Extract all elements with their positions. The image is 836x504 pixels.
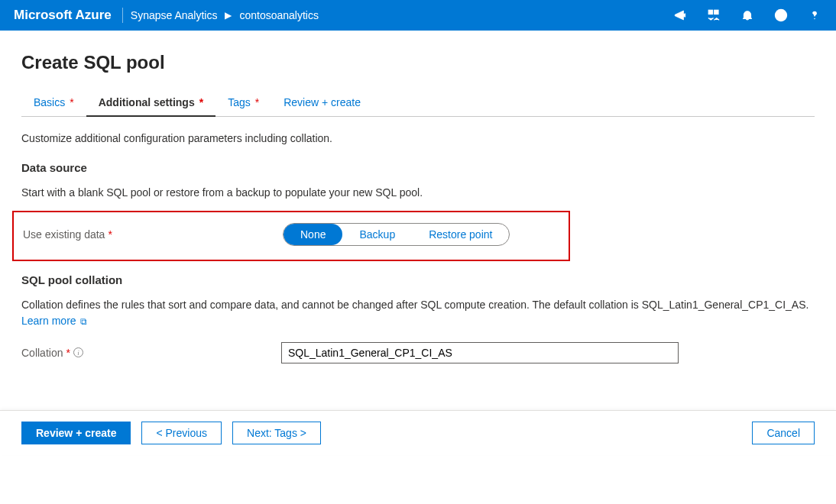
required-asterisk: * <box>199 96 203 108</box>
external-link-icon: ⧉ <box>78 316 87 327</box>
tab-additional-label: Additional settings <box>99 96 195 108</box>
notifications-icon[interactable] <box>740 8 755 23</box>
directory-switch-icon[interactable] <box>706 8 721 23</box>
svg-rect-0 <box>708 10 712 14</box>
tab-review-create[interactable]: Review + create <box>271 90 373 116</box>
collation-section: SQL pool collation Collation defines the… <box>21 273 815 363</box>
svg-point-4 <box>783 14 784 15</box>
option-none[interactable]: None <box>284 224 342 245</box>
tab-basics[interactable]: Basics * <box>21 90 86 116</box>
required-asterisk: * <box>108 228 112 241</box>
breadcrumb: Synapse Analytics ▶ contosoanalytics <box>131 9 319 21</box>
feedback-icon[interactable] <box>773 8 789 23</box>
use-existing-data-row: Use existing data * None Backup Restore … <box>23 223 569 246</box>
breadcrumb-separator: ▶ <box>225 10 232 21</box>
svg-point-2 <box>776 10 787 21</box>
collation-label: Collation * i <box>21 347 281 359</box>
svg-point-3 <box>778 14 779 15</box>
use-existing-data-label-text: Use existing data <box>23 228 105 241</box>
collation-input[interactable] <box>281 342 679 363</box>
breadcrumb-item-synapse[interactable]: Synapse Analytics <box>131 9 218 21</box>
required-asterisk: * <box>255 96 259 108</box>
tab-tags[interactable]: Tags * <box>215 90 271 116</box>
learn-more-text: Learn more <box>21 315 76 327</box>
page-content: Create SQL pool Basics * Additional sett… <box>0 31 836 455</box>
learn-more-link[interactable]: Learn more ⧉ <box>21 315 87 327</box>
next-button[interactable]: Next: Tags > <box>232 422 321 444</box>
tab-tags-label: Tags <box>228 96 251 108</box>
svg-point-5 <box>814 18 815 20</box>
collation-desc-text: Collation defines the rules that sort an… <box>21 299 808 311</box>
intro-text: Customize additional configuration param… <box>21 132 815 144</box>
option-restore-point[interactable]: Restore point <box>412 224 509 245</box>
page-title: Create SQL pool <box>21 52 815 73</box>
help-icon[interactable] <box>807 8 822 23</box>
tab-review-label: Review + create <box>284 96 361 108</box>
data-source-description: Start with a blank SQL pool or restore f… <box>21 185 815 200</box>
review-create-button[interactable]: Review + create <box>21 422 131 444</box>
tab-additional-settings[interactable]: Additional settings * <box>86 90 215 116</box>
tab-strip: Basics * Additional settings * Tags * Re… <box>21 90 815 117</box>
collation-heading: SQL pool collation <box>21 273 815 286</box>
azure-brand[interactable]: Microsoft Azure <box>6 8 119 23</box>
collation-label-text: Collation <box>21 347 63 359</box>
collation-description: Collation defines the rules that sort an… <box>21 297 815 328</box>
option-backup[interactable]: Backup <box>342 224 412 245</box>
tab-basics-label: Basics <box>34 96 65 108</box>
use-existing-data-label: Use existing data * <box>23 228 283 241</box>
highlighted-use-existing-data: Use existing data * None Backup Restore … <box>12 211 570 261</box>
breadcrumb-item-workspace[interactable]: contosoanalytics <box>239 9 319 21</box>
use-existing-data-options: None Backup Restore point <box>283 223 510 246</box>
announcements-icon[interactable] <box>672 8 688 23</box>
top-icon-bar <box>672 8 827 23</box>
cancel-button[interactable]: Cancel <box>752 422 815 444</box>
top-nav-bar: Microsoft Azure Synapse Analytics ▶ cont… <box>0 0 836 31</box>
data-source-heading: Data source <box>21 161 815 174</box>
footer-action-bar: Review + create < Previous Next: Tags > … <box>0 410 836 455</box>
required-asterisk: * <box>66 347 70 359</box>
previous-button[interactable]: < Previous <box>141 422 222 444</box>
required-asterisk: * <box>70 96 73 108</box>
collation-row: Collation * i <box>21 342 815 363</box>
svg-rect-1 <box>714 10 718 14</box>
header-divider <box>122 8 123 23</box>
info-icon[interactable]: i <box>73 347 83 357</box>
